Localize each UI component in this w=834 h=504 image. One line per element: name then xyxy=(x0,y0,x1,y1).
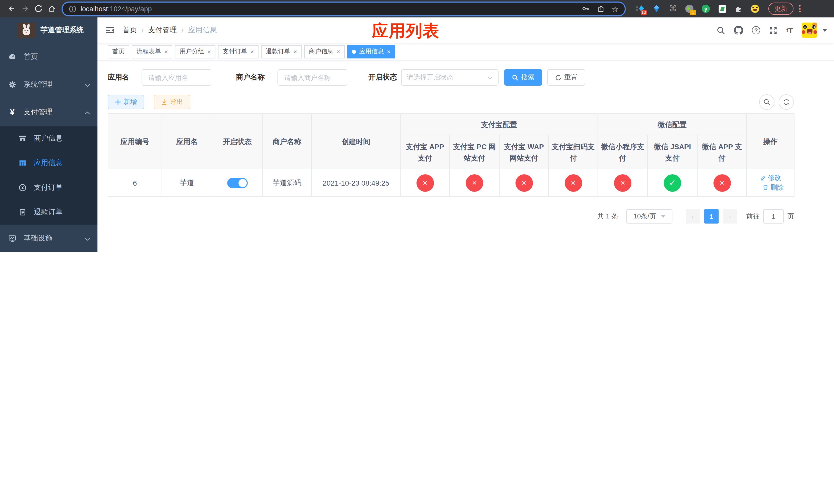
cell-created: 2021-10-23 08:49:25 xyxy=(312,169,400,197)
sidebar-item-pay-order[interactable]: ¥ 支付订单 xyxy=(0,175,97,200)
password-key-button[interactable] xyxy=(581,5,590,13)
page-content: 应用名 商户名称 开启状态 请选择开启状态 搜索 重置 xyxy=(97,61,834,252)
search-icon xyxy=(763,98,770,106)
help-button[interactable]: ? xyxy=(752,26,760,35)
pay-submenu: 商户信息 应用信息 ¥ 支付订单 xyxy=(0,126,97,225)
sidebar-item-system[interactable]: 系统管理 xyxy=(0,71,97,98)
extensions-puzzle-icon[interactable] xyxy=(734,4,743,13)
prev-page-button[interactable]: ‹ xyxy=(686,209,700,224)
reload-button[interactable] xyxy=(32,2,45,15)
status-select[interactable]: 请选择开启状态 xyxy=(401,69,499,86)
tag-app-info[interactable]: 应用信息× xyxy=(347,45,395,58)
plus-icon xyxy=(115,99,121,105)
tag-process-form[interactable]: 流程表单× xyxy=(132,45,172,58)
alipay-app-status-icon: × xyxy=(416,174,434,191)
status-toggle[interactable] xyxy=(227,178,247,188)
site-info-icon[interactable] xyxy=(69,5,76,13)
next-page-button[interactable]: › xyxy=(723,209,737,224)
svg-text:¥: ¥ xyxy=(22,186,24,190)
edit-button[interactable]: 修改 xyxy=(760,173,781,183)
merchant-name-input[interactable] xyxy=(278,69,347,86)
extension-y-icon[interactable]: y xyxy=(701,4,710,13)
reset-button[interactable]: 重置 xyxy=(547,69,585,86)
extension-recorder-icon[interactable]: 1 xyxy=(685,4,694,13)
collapse-sidebar-button[interactable] xyxy=(97,26,118,35)
page-size-select[interactable]: 10条/页 xyxy=(626,209,673,224)
search-button[interactable]: 搜索 xyxy=(504,69,542,86)
user-avatar[interactable] xyxy=(802,23,817,38)
close-icon[interactable]: × xyxy=(387,48,390,54)
close-icon[interactable]: × xyxy=(250,48,254,54)
question-icon: ? xyxy=(752,26,760,35)
forward-button[interactable] xyxy=(19,2,32,15)
github-icon xyxy=(734,26,743,35)
refresh-table-button[interactable] xyxy=(778,94,794,110)
search-icon xyxy=(512,74,519,81)
merchant-name-label: 商户名称 xyxy=(236,73,265,82)
gear-icon xyxy=(8,81,16,89)
page-number-1[interactable]: 1 xyxy=(704,209,719,224)
table-row: 6 芋道 芋道源码 2021-10-23 08:49:25 × × × × × … xyxy=(108,169,794,197)
extension-diamond-icon[interactable]: 10 xyxy=(636,4,645,13)
col-wx-mini: 微信小程序支付 xyxy=(598,135,648,169)
close-icon[interactable]: × xyxy=(293,48,297,54)
app-name-label: 应用名 xyxy=(108,73,129,82)
fullscreen-button[interactable] xyxy=(769,26,777,35)
close-icon[interactable]: × xyxy=(207,48,211,54)
close-icon[interactable]: × xyxy=(164,48,168,54)
goto-unit: 页 xyxy=(787,212,794,221)
export-button[interactable]: 导出 xyxy=(154,95,190,109)
tag-pay-order[interactable]: 支付订单× xyxy=(218,45,259,58)
pay-order-icon: ¥ xyxy=(19,184,27,192)
app-name-input[interactable] xyxy=(141,69,211,86)
tag-merchant-info[interactable]: 商户信息× xyxy=(304,45,345,58)
goto-page-input[interactable] xyxy=(763,209,784,224)
navbar-actions: ? tT xyxy=(717,23,834,38)
sidebar-item-refund-order[interactable]: 退款订单 xyxy=(0,200,97,225)
bookmark-star-button[interactable]: ☆ xyxy=(612,5,619,13)
tag-user-group[interactable]: 用户分组× xyxy=(175,45,215,58)
search-form: 应用名 商户名称 开启状态 请选择开启状态 搜索 重置 xyxy=(108,69,834,86)
sidebar-item-app-info[interactable]: 应用信息 xyxy=(0,151,97,175)
breadcrumb-pay[interactable]: 支付管理 xyxy=(148,26,177,35)
profile-avatar-icon[interactable] xyxy=(750,4,760,13)
sidebar-item-pay[interactable]: ¥ 支付管理 xyxy=(0,98,97,126)
avatar-caret-icon[interactable] xyxy=(823,29,827,31)
sidebar-item-label: 支付管理 xyxy=(24,108,85,117)
sidebar-item-label: 首页 xyxy=(24,52,90,62)
extension-notes-icon[interactable] xyxy=(718,4,727,13)
sidebar-item-merchant-info[interactable]: 商户信息 xyxy=(0,126,97,151)
cell-app-name: 芋道 xyxy=(162,169,212,197)
github-button[interactable] xyxy=(734,26,743,35)
share-button[interactable] xyxy=(597,5,605,13)
tag-refund-order[interactable]: 退款订单× xyxy=(261,45,302,58)
browser-menu-button[interactable] xyxy=(798,5,801,12)
show-search-button[interactable] xyxy=(759,94,774,110)
wx-app-status-icon: × xyxy=(713,174,731,191)
browser-toolbar: localhost:1024/pay/app ☆ 10 ⌘ 1 y xyxy=(0,0,834,18)
edit-pencil-icon xyxy=(760,175,766,181)
chrome-update-button[interactable]: 更新 xyxy=(768,3,793,15)
header-search-button[interactable] xyxy=(717,26,725,35)
font-size-button[interactable]: tT xyxy=(786,26,793,35)
col-alipay-pc: 支付宝 PC 网站支付 xyxy=(449,135,499,169)
col-alipay-app: 支付宝 APP 支付 xyxy=(400,135,449,169)
breadcrumb-home[interactable]: 首页 xyxy=(123,26,137,35)
tags-view-bar: 首页 流程表单× 用户分组× 支付订单× 退款订单× 商户信息× 应用信息× xyxy=(97,43,834,61)
address-bar[interactable]: localhost:1024/pay/app ☆ xyxy=(63,2,625,15)
extension-command-icon[interactable]: ⌘ xyxy=(668,4,678,13)
tag-home[interactable]: 首页 xyxy=(108,45,129,58)
delete-button[interactable]: 删除 xyxy=(762,183,784,192)
back-button[interactable] xyxy=(5,2,19,15)
alipay-wap-status-icon: × xyxy=(515,174,533,191)
url-text[interactable]: localhost:1024/pay/app xyxy=(81,5,574,13)
home-button[interactable] xyxy=(45,2,59,15)
add-button[interactable]: 新增 xyxy=(108,95,144,109)
sidebar-item-home[interactable]: 首页 xyxy=(0,43,97,71)
extension-balloon-icon[interactable] xyxy=(652,4,661,13)
app-logo[interactable]: 芋道管理系统 xyxy=(0,18,97,43)
sidebar-item-label: 支付订单 xyxy=(34,183,63,192)
sidebar-item-infra[interactable]: 基础设施 xyxy=(0,225,97,252)
close-icon[interactable]: × xyxy=(336,48,340,54)
extension-badge: 10 xyxy=(641,10,647,15)
